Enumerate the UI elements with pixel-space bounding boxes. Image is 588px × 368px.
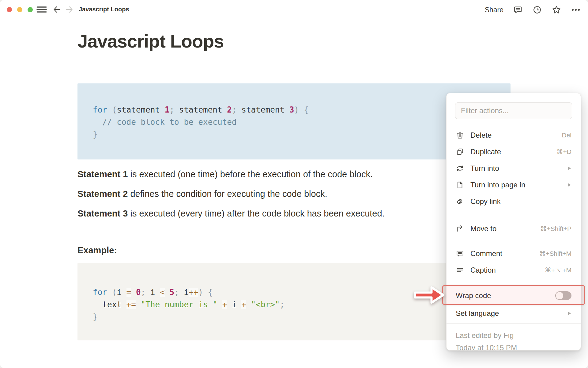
menu-item-shortcut: ⌘+⌥+M — [545, 266, 571, 274]
menu-item-label: Comment — [470, 249, 539, 258]
statement-paragraph-1: Statement 1 is executed (one time) befor… — [77, 169, 373, 179]
menu-item-turn-into-page-in[interactable]: Turn into page in — [447, 177, 581, 193]
menu-divider — [447, 215, 581, 215]
code-line: text += "The number is " + i + "<br>"; — [93, 298, 495, 311]
menu-item-turn-into[interactable]: Turn into — [447, 160, 581, 177]
menu-item-wrap-code[interactable]: Wrap code — [447, 286, 581, 305]
share-button[interactable]: Share — [485, 6, 503, 14]
sidebar-menu-icon[interactable] — [36, 4, 47, 15]
submenu-arrow-icon — [567, 166, 571, 171]
caption-icon — [456, 266, 464, 274]
filter-actions-field-wrap — [455, 102, 572, 119]
minimize-window-button[interactable] — [17, 7, 22, 12]
menu-item-copy-link[interactable]: Copy link — [447, 193, 581, 210]
duplicate-icon — [456, 148, 464, 156]
traffic-lights — [7, 7, 33, 12]
titlebar-page-title: Javascript Loops — [79, 6, 129, 13]
turn-into-icon — [456, 164, 464, 173]
menu-item-caption[interactable]: Caption⌘+⌥+M — [447, 262, 581, 278]
comment-bubble-icon[interactable] — [513, 5, 523, 15]
menu-item-label: Set language — [456, 309, 567, 318]
code-block-for-loop-syntax[interactable]: for (statement 1; statement 2; statement… — [77, 83, 511, 159]
menu-item-label: Duplicate — [470, 148, 557, 156]
titlebar-actions: Share — [485, 4, 581, 16]
menu-item-duplicate[interactable]: Duplicate⌘+D — [447, 144, 581, 160]
code-line: } — [93, 128, 495, 140]
turn-into-page-icon — [456, 181, 464, 189]
menu-item-label: Wrap code — [456, 291, 555, 300]
menu-item-label: Delete — [470, 131, 562, 140]
history-clock-icon[interactable] — [532, 5, 542, 15]
zoom-window-button[interactable] — [28, 7, 33, 12]
menu-item-list: DeleteDelDuplicate⌘+DTurn intoTurn into … — [447, 127, 581, 351]
trash-icon — [456, 131, 464, 140]
menu-item-delete[interactable]: DeleteDel — [447, 127, 581, 144]
filter-actions-input[interactable] — [455, 102, 572, 119]
code-line: } — [93, 311, 495, 323]
toggle-knob — [556, 292, 563, 299]
menu-item-label: Turn into — [470, 164, 567, 173]
menu-item-comment[interactable]: Comment⌘+Shift+M — [447, 245, 581, 262]
code-line: for (i = 0; i < 5; i++) { — [93, 286, 495, 298]
statement-paragraph-2: Statement 2 defines the condition for ex… — [77, 189, 327, 199]
block-actions-menu: DeleteDelDuplicate⌘+DTurn intoTurn into … — [446, 93, 581, 351]
menu-item-label: Caption — [470, 266, 545, 274]
forward-arrow-icon[interactable] — [64, 4, 74, 15]
wrap-code-toggle[interactable] — [555, 291, 571, 300]
window-titlebar: Javascript Loops Share — [0, 0, 588, 20]
star-icon[interactable] — [552, 5, 561, 15]
app-window: Javascript Loops Share Javascript Loops … — [0, 0, 588, 368]
close-window-button[interactable] — [7, 7, 12, 12]
menu-item-set-language[interactable]: Set language — [447, 305, 581, 322]
example-label: Example: — [77, 245, 117, 255]
menu-footer-line: Today at 10:15 PM — [456, 342, 571, 351]
code-line: // code block to be executed — [93, 116, 495, 128]
menu-item-shortcut: ⌘+D — [557, 148, 571, 155]
back-arrow-icon[interactable] — [52, 4, 62, 15]
menu-item-label: Copy link — [470, 197, 571, 206]
menu-footer: Last edited by FigToday at 10:15 PM — [447, 325, 581, 351]
statement-paragraph-3: Statement 3 is executed (every time) aft… — [77, 209, 385, 219]
menu-item-shortcut: Del — [562, 132, 571, 139]
copy-link-icon — [456, 197, 464, 206]
page-title: Javascript Loops — [77, 31, 224, 52]
menu-item-shortcut: ⌘+Shift+P — [540, 225, 571, 232]
menu-item-shortcut: ⌘+Shift+M — [539, 250, 571, 257]
menu-item-label: Move to — [470, 224, 540, 233]
menu-divider — [447, 323, 581, 324]
menu-footer-line: Last edited by Fig — [456, 329, 571, 342]
code-line: for (statement 1; statement 2; statement… — [93, 104, 495, 116]
code-block-for-loop-example[interactable]: for (i = 0; i < 5; i++) { text += "The n… — [77, 263, 511, 340]
more-ellipsis-icon[interactable] — [571, 5, 581, 15]
menu-item-move-to[interactable]: Move to⌘+Shift+P — [447, 220, 581, 237]
comment-icon — [456, 249, 464, 258]
menu-item-label: Turn into page in — [470, 181, 567, 189]
submenu-arrow-icon — [567, 182, 571, 187]
move-to-icon — [456, 224, 464, 233]
submenu-arrow-icon — [567, 311, 571, 316]
menu-divider — [447, 241, 581, 241]
